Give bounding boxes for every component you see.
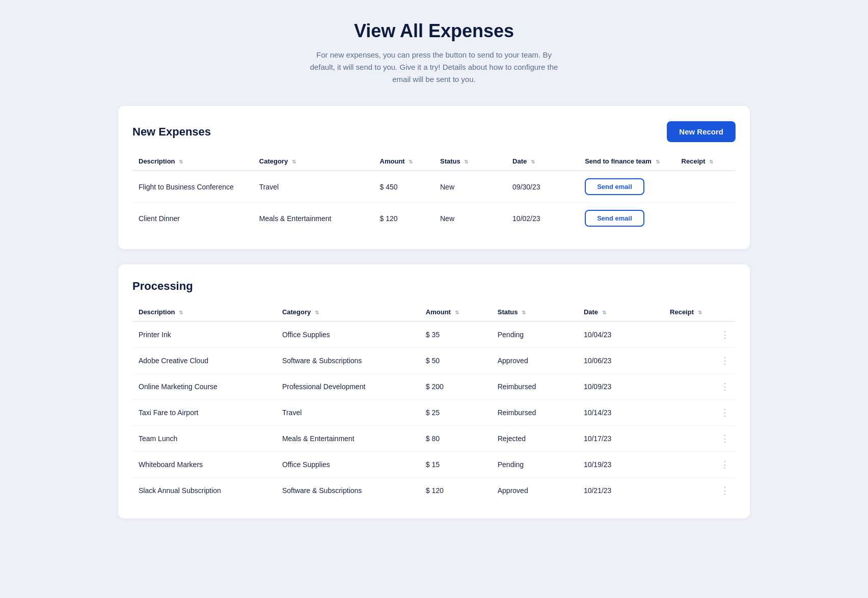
proc-amount: $ 25	[420, 400, 492, 426]
new-expense-row: Client Dinner Meals & Entertainment $ 12…	[132, 203, 736, 234]
processing-row: Slack Annual Subscription Software & Sub…	[132, 478, 736, 504]
processing-title: Processing	[132, 280, 193, 293]
proc-amount: $ 35	[420, 321, 492, 348]
proc-date: 10/06/23	[578, 348, 664, 374]
proc-date: 10/17/23	[578, 426, 664, 452]
more-options-icon[interactable]: ⋮	[720, 329, 729, 340]
new-expense-send-cell: Send email	[579, 171, 675, 203]
col-header-description: Description ⇅	[132, 152, 253, 171]
processing-row: Whiteboard Markers Office Supplies $ 15 …	[132, 452, 736, 478]
proc-description: Slack Annual Subscription	[132, 478, 276, 504]
new-expenses-thead: Description ⇅ Category ⇅ Amount ⇅ Status…	[132, 152, 736, 171]
proc-col-header-date: Date ⇅	[578, 303, 664, 321]
proc-status: Approved	[492, 348, 578, 374]
new-expenses-title: New Expenses	[132, 125, 211, 139]
more-options-icon[interactable]: ⋮	[720, 485, 729, 496]
proc-category: Office Supplies	[276, 321, 420, 348]
col-header-category: Category ⇅	[253, 152, 374, 171]
processing-row: Printer Ink Office Supplies $ 35 Pending…	[132, 321, 736, 348]
proc-sort-icon-description[interactable]: ⇅	[179, 310, 183, 315]
sort-icon-category[interactable]: ⇅	[292, 159, 296, 165]
new-expenses-header: New Expenses New Record	[132, 121, 736, 142]
proc-receipt: ⋮	[664, 452, 736, 477]
proc-amount: $ 15	[420, 452, 492, 478]
proc-date: 10/21/23	[578, 478, 664, 504]
more-options-icon[interactable]: ⋮	[720, 459, 729, 470]
proc-col-header-amount: Amount ⇅	[420, 303, 492, 321]
new-expense-amount: $ 450	[374, 171, 434, 203]
col-header-status: Status ⇅	[434, 152, 506, 171]
new-expense-send-cell: Send email	[579, 203, 675, 234]
new-expenses-table: Description ⇅ Category ⇅ Amount ⇅ Status…	[132, 152, 736, 234]
proc-amount: $ 50	[420, 348, 492, 374]
proc-amount: $ 200	[420, 374, 492, 400]
proc-sort-icon-receipt[interactable]: ⇅	[698, 310, 702, 315]
send-email-button[interactable]: Send email	[585, 178, 644, 195]
proc-category: Office Supplies	[276, 452, 420, 478]
new-expense-status: New	[434, 203, 506, 234]
more-options-icon[interactable]: ⋮	[720, 407, 729, 418]
proc-sort-icon-category[interactable]: ⇅	[315, 310, 319, 315]
proc-status: Approved	[492, 478, 578, 504]
more-options-icon[interactable]: ⋮	[720, 433, 729, 444]
processing-tbody: Printer Ink Office Supplies $ 35 Pending…	[132, 321, 736, 503]
processing-row: Taxi Fare to Airport Travel $ 25 Reimbur…	[132, 400, 736, 426]
proc-sort-icon-amount[interactable]: ⇅	[455, 310, 459, 315]
new-expense-receipt	[675, 171, 736, 203]
proc-description: Printer Ink	[132, 321, 276, 348]
processing-thead: Description ⇅ Category ⇅ Amount ⇅ Status…	[132, 303, 736, 321]
processing-row: Team Lunch Meals & Entertainment $ 80 Re…	[132, 426, 736, 452]
proc-col-header-status: Status ⇅	[492, 303, 578, 321]
proc-category: Travel	[276, 400, 420, 426]
proc-receipt: ⋮	[664, 400, 736, 425]
proc-status: Reimbursed	[492, 374, 578, 400]
more-options-icon[interactable]: ⋮	[720, 355, 729, 366]
new-record-button[interactable]: New Record	[667, 121, 736, 142]
page-title: View All Expenses	[118, 20, 750, 42]
proc-category: Professional Development	[276, 374, 420, 400]
new-expense-row: Flight to Business Conference Travel $ 4…	[132, 171, 736, 203]
proc-receipt: ⋮	[664, 322, 736, 347]
proc-date: 10/19/23	[578, 452, 664, 478]
new-expenses-tbody: Flight to Business Conference Travel $ 4…	[132, 171, 736, 234]
sort-icon-receipt[interactable]: ⇅	[709, 159, 713, 165]
processing-table: Description ⇅ Category ⇅ Amount ⇅ Status…	[132, 303, 736, 503]
processing-section: Processing Description ⇅ Category ⇅ Amou…	[118, 264, 750, 519]
proc-receipt: ⋮	[664, 374, 736, 399]
more-options-icon[interactable]: ⋮	[720, 381, 729, 392]
proc-amount: $ 120	[420, 478, 492, 504]
proc-receipt: ⋮	[664, 478, 736, 503]
new-expense-amount: $ 120	[374, 203, 434, 234]
page-header: View All Expenses For new expenses, you …	[118, 20, 750, 86]
sort-icon-status[interactable]: ⇅	[464, 159, 468, 165]
sort-icon-description[interactable]: ⇅	[179, 159, 183, 165]
processing-header: Processing	[132, 280, 736, 293]
new-expenses-section: New Expenses New Record Description ⇅ Ca…	[118, 106, 750, 249]
proc-category: Software & Subscriptions	[276, 348, 420, 374]
processing-row: Online Marketing Course Professional Dev…	[132, 374, 736, 400]
processing-row: Adobe Creative Cloud Software & Subscrip…	[132, 348, 736, 374]
sort-icon-send[interactable]: ⇅	[656, 159, 660, 165]
proc-category: Software & Subscriptions	[276, 478, 420, 504]
proc-date: 10/14/23	[578, 400, 664, 426]
proc-description: Whiteboard Markers	[132, 452, 276, 478]
col-header-amount: Amount ⇅	[374, 152, 434, 171]
proc-date: 10/09/23	[578, 374, 664, 400]
new-expense-date: 10/02/23	[506, 203, 579, 234]
col-header-receipt: Receipt ⇅	[675, 152, 736, 171]
proc-sort-icon-status[interactable]: ⇅	[522, 310, 526, 315]
proc-col-header-receipt: Receipt ⇅	[664, 303, 736, 321]
proc-sort-icon-date[interactable]: ⇅	[602, 310, 606, 315]
proc-col-header-description: Description ⇅	[132, 303, 276, 321]
new-expense-status: New	[434, 171, 506, 203]
sort-icon-amount[interactable]: ⇅	[409, 159, 413, 165]
new-expense-receipt	[675, 203, 736, 234]
proc-receipt: ⋮	[664, 426, 736, 451]
proc-description: Taxi Fare to Airport	[132, 400, 276, 426]
send-email-button[interactable]: Send email	[585, 210, 644, 227]
proc-description: Team Lunch	[132, 426, 276, 452]
new-expense-category: Travel	[253, 171, 374, 203]
proc-amount: $ 80	[420, 426, 492, 452]
sort-icon-date[interactable]: ⇅	[531, 159, 535, 165]
proc-description: Online Marketing Course	[132, 374, 276, 400]
